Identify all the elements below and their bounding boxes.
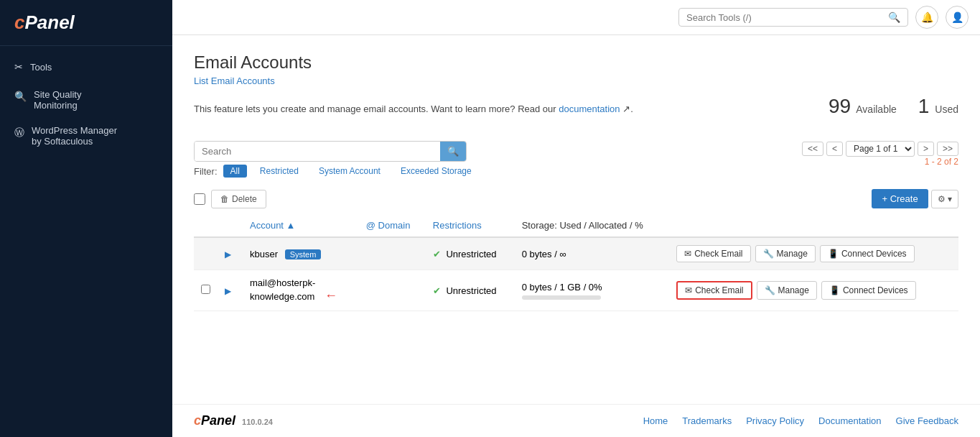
table-row: ▶ mail@hosterpk-knowledge.com ← ✔ Unrest… xyxy=(194,270,958,311)
th-storage: Storage: Used / Allocated / % xyxy=(515,214,670,237)
sidebar-item-tools[interactable]: ✂ Tools xyxy=(0,53,172,82)
page-select[interactable]: Page 1 of 1 xyxy=(846,141,915,157)
connect-devices-button[interactable]: 📱 Connect Devices xyxy=(820,245,915,262)
th-expand xyxy=(218,214,243,237)
table-search: 🔍 xyxy=(194,141,467,162)
toolbar-row: 🗑 Delete + Create ⚙ ▾ xyxy=(194,189,958,208)
select-all-checkbox[interactable] xyxy=(194,193,205,205)
sidebar: cPanel ✂ Tools 🔍 Site QualityMonitoring … xyxy=(0,0,172,437)
wordpress-icon: Ⓦ xyxy=(14,126,24,139)
table-search-button[interactable]: 🔍 xyxy=(440,142,466,161)
delete-button[interactable]: 🗑 Delete xyxy=(211,190,266,208)
tools-icon: ✂ xyxy=(14,60,23,75)
check-icon: ✔ xyxy=(433,285,441,296)
connect-devices-button[interactable]: 📱 Connect Devices xyxy=(821,281,916,300)
row-account-cell: mail@hosterpk-knowledge.com ← xyxy=(243,270,359,311)
stats-row: 99 Available 1 Used xyxy=(829,95,958,118)
check-email-button[interactable]: ✉ Check Email xyxy=(676,245,750,262)
row-domain-cell xyxy=(359,270,426,311)
row-actions-cell: ✉ Check Email 🔧 Manage 📱 Connect Devices xyxy=(669,237,958,270)
top-controls: 🔍 Filter: All Restricted System Account … xyxy=(194,141,958,183)
create-button[interactable]: + Create xyxy=(872,189,928,208)
pagination-area: << < Page 1 of 1 > >> 1 - 2 of 2 xyxy=(802,141,958,170)
filter-all[interactable]: All xyxy=(223,165,247,178)
check-email-button-highlighted[interactable]: ✉ Check Email xyxy=(676,281,752,300)
expand-icon[interactable]: ▶ xyxy=(225,286,231,296)
search-bar: 🔍 xyxy=(678,8,908,27)
row-expand-cell: ▶ xyxy=(218,270,243,311)
filter-restricted[interactable]: Restricted xyxy=(253,165,306,178)
footer-logo: cPanel 110.0.24 xyxy=(194,413,273,428)
email-table: Account ▲ @ Domain Restrictions Storage:… xyxy=(194,214,958,311)
th-domain: @ Domain xyxy=(359,214,426,237)
row-actions-cell: ✉ Check Email 🔧 Manage 📱 Connect Devices xyxy=(669,270,958,311)
documentation-link[interactable]: documentation xyxy=(559,104,620,114)
row-checkbox-cell xyxy=(194,270,218,311)
page-count: 1 - 2 of 2 xyxy=(802,157,958,167)
footer-trademarks-link[interactable]: Trademarks xyxy=(682,415,732,426)
action-buttons: ✉ Check Email 🔧 Manage 📱 Connect Devices xyxy=(676,245,951,262)
footer-home-link[interactable]: Home xyxy=(643,415,668,426)
manage-button[interactable]: 🔧 Manage xyxy=(755,245,816,262)
row-restrictions-cell: ✔ Unrestricted xyxy=(426,270,515,311)
table-search-input[interactable] xyxy=(195,142,440,161)
trash-icon: 🗑 xyxy=(220,194,229,204)
device-icon: 📱 xyxy=(829,285,840,295)
row-checkbox[interactable] xyxy=(201,285,210,294)
first-page-button[interactable]: << xyxy=(802,142,823,156)
row-account-cell: kbuser System xyxy=(243,237,359,270)
device-icon: 📱 xyxy=(828,249,839,259)
th-actions xyxy=(669,214,958,237)
account-name: kbuser xyxy=(250,249,278,259)
logo-text: cPanel xyxy=(14,12,75,33)
wrench-icon: 🔧 xyxy=(765,285,775,295)
th-account: Account ▲ xyxy=(243,214,359,237)
filter-exceeded-storage[interactable]: Exceeded Storage xyxy=(393,165,479,178)
footer-links: Home Trademarks Privacy Policy Documenta… xyxy=(643,415,958,426)
row-checkbox-cell xyxy=(194,237,218,270)
search-input[interactable] xyxy=(686,12,888,23)
filter-system-account[interactable]: System Account xyxy=(312,165,388,178)
arrow-indicator: ← xyxy=(325,288,337,303)
footer-privacy-link[interactable]: Privacy Policy xyxy=(746,415,804,426)
row-storage-cell: 0 bytes / 1 GB / 0% xyxy=(515,270,670,311)
sidebar-item-label: Site QualityMonitoring xyxy=(34,89,81,111)
row-domain-cell xyxy=(359,237,426,270)
pagination: << < Page 1 of 1 > >> xyxy=(802,141,958,157)
account-name: mail@hosterpk-knowledge.com xyxy=(250,277,315,302)
footer-documentation-link[interactable]: Documentation xyxy=(818,415,881,426)
available-stat: 99 Available xyxy=(829,95,897,118)
next-page-button[interactable]: > xyxy=(918,142,934,156)
notifications-icon[interactable]: 🔔 xyxy=(915,6,938,29)
sidebar-logo: cPanel xyxy=(0,0,172,46)
settings-button[interactable]: ⚙ ▾ xyxy=(931,190,958,208)
toolbar-right: + Create ⚙ ▾ xyxy=(872,189,958,208)
th-restrictions: Restrictions xyxy=(426,214,515,237)
used-stat: 1 Used xyxy=(918,95,958,118)
page-description: This feature lets you create and manage … xyxy=(194,104,633,114)
page-title: Email Accounts xyxy=(194,52,958,73)
envelope-icon: ✉ xyxy=(685,285,692,295)
sidebar-item-site-quality[interactable]: 🔍 Site QualityMonitoring xyxy=(0,82,172,118)
sidebar-item-label: WordPress Managerby Softaculous xyxy=(32,125,117,147)
email-table-wrapper: Account ▲ @ Domain Restrictions Storage:… xyxy=(194,214,958,311)
wrench-icon: 🔧 xyxy=(763,249,774,259)
sidebar-nav: ✂ Tools 🔍 Site QualityMonitoring Ⓦ WordP… xyxy=(0,46,172,161)
prev-page-button[interactable]: < xyxy=(826,142,843,156)
version-label: 110.0.24 xyxy=(242,418,273,426)
action-buttons: ✉ Check Email 🔧 Manage 📱 Connect Devices xyxy=(676,281,951,300)
row-restrictions-cell: ✔ Unrestricted xyxy=(426,237,515,270)
sidebar-item-wordpress[interactable]: Ⓦ WordPress Managerby Softaculous xyxy=(0,118,172,154)
site-quality-icon: 🔍 xyxy=(14,91,27,102)
footer-feedback-link[interactable]: Give Feedback xyxy=(896,415,958,426)
search-filter-area: 🔍 Filter: All Restricted System Account … xyxy=(194,141,479,183)
user-icon[interactable]: 👤 xyxy=(946,6,969,29)
toolbar-left: 🗑 Delete xyxy=(194,190,266,208)
row-expand-cell: ▶ xyxy=(218,237,243,270)
storage-progress xyxy=(522,295,601,300)
system-badge: System xyxy=(285,249,322,259)
breadcrumb[interactable]: List Email Accounts xyxy=(194,75,275,86)
last-page-button[interactable]: >> xyxy=(937,142,958,156)
manage-button[interactable]: 🔧 Manage xyxy=(757,281,817,300)
expand-icon[interactable]: ▶ xyxy=(225,249,231,259)
